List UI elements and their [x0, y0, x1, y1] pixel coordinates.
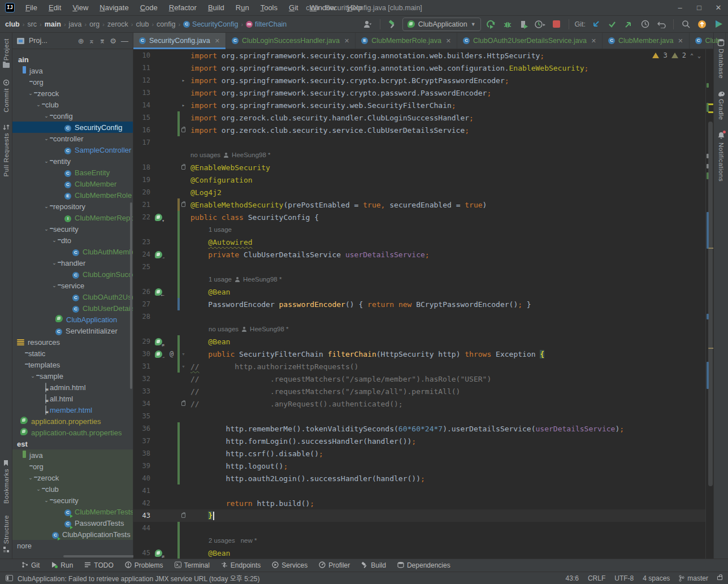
tree-item-static[interactable]: static [12, 348, 133, 359]
tree-item-templates[interactable]: templates [12, 359, 133, 370]
code-line[interactable]: 19@Configuration [133, 174, 713, 186]
code-line[interactable]: 33// .requestMatchers("/sample/all").per… [133, 385, 713, 397]
inlay-hint-row[interactable]: no usagesHeeSung98 * [133, 149, 713, 161]
code-line[interactable]: 26⭠ @Bean [133, 285, 713, 298]
tree-item-service[interactable]: ⌄service [12, 280, 133, 291]
code-line[interactable]: 36 http.rememberMe().tokenValiditySecond… [133, 422, 713, 435]
tree-item-member-html[interactable]: member.html [12, 404, 133, 416]
code-line[interactable]: 15import org.zerock.club.security.handle… [133, 111, 713, 124]
tree-item-club[interactable]: ⌄club [12, 99, 133, 110]
code-line[interactable]: 16import org.zerock.club.security.servic… [133, 124, 713, 136]
tree-item-ain[interactable]: ain [12, 54, 133, 65]
ide-services-icon[interactable] [712, 18, 725, 31]
coverage-button[interactable] [518, 18, 530, 31]
fold-marker[interactable] [180, 513, 187, 518]
code-line[interactable]: 42 return http.build(); [133, 497, 713, 509]
code-line[interactable]: 17 [133, 136, 713, 149]
code-line[interactable]: 43 } [133, 509, 713, 522]
tree-item-repository[interactable]: ⌄repository [12, 201, 133, 212]
tree-item-clubapplicationtests[interactable]: CClubApplicationTests [12, 529, 133, 540]
bottombar-dependencies[interactable]: Dependencies [393, 560, 455, 571]
editor-error-stripe[interactable] [705, 49, 713, 559]
git-branch[interactable]: master [679, 574, 708, 582]
code-line[interactable]: 14▸import org.springframework.security.w… [133, 99, 713, 111]
menu-refactor[interactable]: Refactor [164, 2, 202, 14]
tab-securityconfig-java[interactable]: CSecurityConfig.java✕ [133, 33, 226, 49]
code-line[interactable]: 40 http.oauth2Login().successHandler(han… [133, 472, 713, 484]
code-line[interactable]: 22▾public class SecurityConfig { [133, 211, 713, 223]
minimize-button[interactable]: – [670, 0, 690, 15]
tree-item-controller[interactable]: ⌄controller [12, 133, 133, 144]
inlay-hint-row[interactable]: no usagesHeeSung98 * [133, 323, 713, 335]
tree-item-application-properties[interactable]: application.properties [12, 416, 133, 427]
toolwindow-bookmarks[interactable]: Bookmarks [3, 454, 10, 509]
code-line[interactable]: 25 [133, 261, 713, 273]
tree-item-clubmembertests[interactable]: CClubMemberTests [12, 506, 133, 517]
gear-icon[interactable]: ⚙ [110, 37, 116, 45]
tree-item-dto[interactable]: ⌄dto [12, 235, 133, 246]
menu-file[interactable]: File [20, 2, 42, 14]
author-hint[interactable]: HeeSung98 * [250, 326, 288, 332]
code-line[interactable]: 13import org.springframework.security.cr… [133, 86, 713, 99]
bottombar-services[interactable]: Services [267, 560, 312, 571]
tree-item-servletinitializer[interactable]: CServletInitializer [12, 325, 133, 336]
breadcrumb-item[interactable]: club [3, 20, 21, 29]
locate-file-icon[interactable]: ⊕ [78, 37, 84, 45]
fold-marker[interactable]: ▿ [180, 351, 187, 357]
breadcrumb-item[interactable]: java [67, 20, 84, 29]
tab-close-icon[interactable]: ✕ [678, 37, 683, 45]
tab-close-icon[interactable]: ✕ [215, 37, 220, 45]
tree-expand-chevron-icon[interactable]: ⌄ [27, 475, 34, 481]
usage-hint[interactable]: 1 usage [209, 226, 232, 233]
code-line[interactable]: 38 http.csrf().disable(); [133, 447, 713, 460]
status-message[interactable]: ClubApplication: Failed to retrieve appl… [18, 573, 260, 583]
next-problem-icon[interactable]: ⌄ [697, 53, 701, 59]
tree-item-clubmember[interactable]: CClubMember [12, 178, 133, 189]
spring-bean-gutter-icon[interactable]: ⇄ [155, 338, 162, 345]
toolwindow-gradle[interactable]: Gradle [717, 84, 725, 126]
breadcrumb-item[interactable]: mfilterChain [244, 20, 288, 29]
code-line[interactable]: 24➝ private ClubUserDetailsService userD… [133, 248, 713, 261]
run-button[interactable] [485, 18, 497, 31]
inlay-hint-row[interactable]: 2 usagesnew * [133, 534, 713, 547]
tree-expand-chevron-icon[interactable]: ⌄ [43, 113, 50, 119]
tree-expand-chevron-icon[interactable]: ⌄ [35, 102, 42, 107]
tree-item-passwordtests[interactable]: CPasswordTests [12, 517, 133, 529]
usage-hint[interactable]: 1 usage [209, 276, 232, 283]
collapse-all-icon[interactable]: ⌆ [99, 37, 105, 45]
tree-item-securityconfig[interactable]: CSecurityConfig [12, 122, 133, 133]
menu-tools[interactable]: Tools [255, 2, 283, 14]
tab-clubmember-java[interactable]: CClubMember.java✕ [603, 33, 689, 49]
tree-vertical-scrollbar[interactable] [130, 202, 132, 389]
toolwindow-project[interactable]: Project [3, 33, 10, 73]
toolwindow-notifications[interactable]: Notifications [718, 126, 725, 187]
code-line[interactable]: 34// .anyRequest().authenticated(); [133, 397, 713, 410]
hide-panel-icon[interactable]: — [121, 37, 128, 45]
prev-problem-icon[interactable]: ⌃ [690, 53, 694, 59]
menu-build[interactable]: Build [203, 2, 229, 14]
usage-hint[interactable]: no usages [190, 152, 220, 158]
git-update-button[interactable] [590, 18, 602, 31]
write-access-lock-icon[interactable] [717, 576, 722, 580]
tree-item-clubloginsuccess[interactable]: CClubLoginSuccess [12, 269, 133, 280]
tab-close-icon[interactable]: ✕ [344, 37, 349, 45]
history-button[interactable] [639, 18, 651, 31]
bottombar-profiler[interactable]: Profiler [314, 560, 354, 571]
code-line[interactable]: 44 [133, 522, 713, 534]
tree-expand-chevron-icon[interactable]: ⌄ [51, 283, 58, 288]
fold-marker[interactable] [180, 401, 187, 406]
tree-item-all-html[interactable]: all.html [12, 393, 133, 404]
code-line[interactable]: 20@Log4j2 [133, 186, 713, 198]
tree-item-clubuserdetailsse[interactable]: CClubUserDetailsSe [12, 302, 133, 314]
breadcrumb-item[interactable]: zerock [106, 20, 130, 29]
maximize-button[interactable]: □ [690, 0, 709, 15]
menu-view[interactable]: View [67, 2, 93, 14]
tree-expand-chevron-icon[interactable]: ⌄ [43, 498, 50, 503]
breadcrumb-item[interactable]: CSecurityConfig [181, 20, 240, 29]
expand-all-icon[interactable]: ⌅ [89, 37, 95, 45]
author-hint[interactable]: HeeSung98 * [243, 276, 281, 283]
code-line[interactable]: 29⇄ @Bean [133, 335, 713, 348]
tree-expand-chevron-icon[interactable]: ⌄ [43, 136, 50, 141]
stop-button[interactable] [551, 18, 563, 31]
tree-item-security[interactable]: ⌄security [12, 495, 133, 506]
